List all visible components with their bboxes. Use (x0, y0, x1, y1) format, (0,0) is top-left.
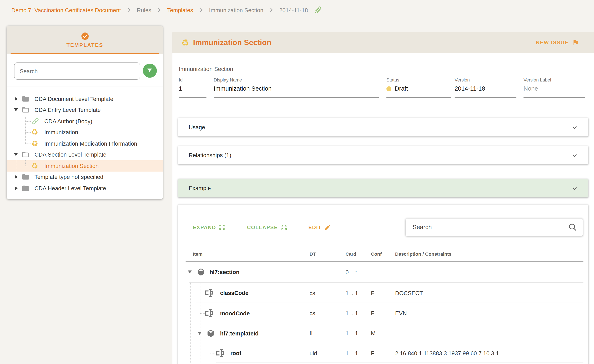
sidebar-item-cda-section-level-template[interactable]: CDA Section Level Template (7, 149, 163, 160)
recycle-icon: ♻ (31, 161, 38, 170)
tree-guide (200, 293, 205, 293)
template-design-card: EXPAND COLLAPSE EDIT Item DT Card Conf D… (178, 205, 588, 364)
table-row-root[interactable]: root uid 1 .. 1 F 2.16.840.1.113883.3.19… (178, 343, 583, 363)
collapse-button[interactable]: COLLAPSE (247, 219, 287, 236)
expand-button[interactable]: EXPAND (193, 219, 225, 236)
field-label: Version Label (523, 77, 585, 83)
tree-guide (210, 353, 215, 353)
search-icon[interactable] (568, 223, 577, 232)
expand-icon (219, 224, 225, 231)
tree-guide (200, 313, 205, 314)
table-row-hl7-section[interactable]: hl7:section 0 .. * (178, 261, 583, 283)
sidebar-item-cda-entry-level-template[interactable]: CDA Entry Level Template (7, 104, 163, 116)
element-icon (197, 268, 205, 276)
expander-icon[interactable] (188, 270, 191, 274)
chevron-down-icon[interactable] (570, 183, 579, 193)
cell-dt: cs (309, 310, 345, 316)
template-header: ♻ Immunization Section NEW ISSUE (172, 32, 594, 53)
tree-item-label: Immunization (44, 129, 78, 135)
paperclip-icon[interactable] (314, 6, 322, 14)
sidebar-item-template-type-not-specified[interactable]: Template type not specified (7, 171, 163, 183)
tree-item-label: CDA Header Level Template (34, 185, 106, 191)
breadcrumb-templates-link[interactable]: Templates (167, 7, 193, 13)
recycle-icon: ♻ (181, 37, 189, 48)
check-circle-icon (81, 32, 89, 40)
chevron-right-icon (268, 7, 274, 13)
accordion-usage[interactable]: Usage (178, 118, 588, 136)
attribute-icon (215, 348, 225, 358)
chevron-right-icon (198, 7, 204, 13)
filter-button[interactable] (143, 64, 157, 78)
item-name: hl7:section (209, 269, 239, 275)
sidebar-search-input[interactable] (14, 62, 140, 79)
field-value: None (523, 85, 585, 92)
table-row-moodcode[interactable]: moodCode cs 1 .. 1 F EVN (178, 303, 583, 323)
collapse-label: COLLAPSE (247, 224, 278, 230)
accordion-example[interactable]: Example (178, 179, 588, 197)
chevron-down-icon[interactable] (570, 151, 579, 160)
expander-icon[interactable] (15, 97, 18, 101)
column-header-card: Card (345, 251, 371, 257)
accordion-relationships[interactable]: Relationships (1) (178, 146, 588, 164)
field-status[interactable]: Status Draft (386, 77, 451, 98)
accordion-label: Example (178, 185, 211, 191)
edit-label: EDIT (308, 224, 322, 230)
status-dot (386, 86, 391, 91)
breadcrumb-version[interactable]: 2014-11-18 (279, 7, 308, 13)
cell-card: 1 .. 1 (345, 310, 371, 316)
tree-item-label: CDA Author (Body) (44, 118, 92, 124)
table-rows: hl7:section 0 .. * classCode cs 1 .. 1 (178, 261, 583, 363)
field-version[interactable]: Version 2014-11-18 (455, 77, 516, 98)
table-row-hl7-templateid[interactable]: hl7:templateId II 1 .. 1 M (178, 323, 583, 343)
tab-active-indicator (11, 53, 159, 54)
divider (7, 86, 163, 87)
templates-sidebar: TEMPLATES CDA Document Level Template CD… (7, 26, 163, 199)
folder-open-icon (21, 106, 29, 114)
tab-templates[interactable]: TEMPLATES (7, 26, 163, 54)
table-row-classcode[interactable]: classCode cs 1 .. 1 F DOCSECT (178, 283, 583, 303)
divider (216, 363, 583, 363)
tree-guide (210, 343, 210, 353)
chevron-down-icon[interactable] (570, 123, 579, 132)
cell-card: 1 .. 1 (345, 350, 371, 356)
page-title: Immunization Section (193, 38, 271, 47)
breadcrumb-rules[interactable]: Rules (137, 7, 151, 13)
breadcrumb-project-link[interactable]: Demo 7: Vaccination Certificates Documen… (11, 7, 121, 13)
field-version-label[interactable]: Version Label None (523, 77, 585, 98)
tree-item-label: Immunization Section (44, 162, 99, 169)
expander-icon[interactable] (198, 332, 202, 335)
field-value: 2014-11-18 (455, 85, 516, 92)
expander-icon[interactable] (15, 186, 18, 190)
field-label: Version (455, 77, 516, 83)
item-name: moodCode (220, 310, 250, 316)
pencil-icon (324, 224, 331, 231)
accordion-label: Usage (178, 124, 205, 130)
new-issue-button[interactable]: NEW ISSUE (536, 39, 579, 46)
field-id[interactable]: Id 1 (179, 77, 207, 98)
tree-guide (200, 283, 200, 364)
table-search-input[interactable] (406, 224, 568, 231)
field-display-name[interactable]: Display Name Immunization Section (214, 77, 379, 98)
field-label: Display Name (214, 77, 379, 83)
breadcrumb-template-name[interactable]: Immunization Section (209, 7, 263, 13)
cell-conf: F (371, 310, 395, 316)
tree-guide (26, 132, 31, 133)
tree-item-label: CDA Entry Level Template (34, 107, 101, 113)
sidebar-item-cda-header-level-template[interactable]: CDA Header Level Template (7, 183, 163, 194)
breadcrumb: Demo 7: Vaccination Certificates Documen… (0, 0, 594, 20)
expander-icon[interactable] (14, 108, 18, 111)
cell-conf: F (371, 350, 395, 356)
edit-button[interactable]: EDIT (308, 219, 331, 236)
tree-guide (16, 116, 16, 152)
sidebar-item-cda-document-level-template[interactable]: CDA Document Level Template (7, 93, 163, 104)
recycle-icon: ♻ (31, 139, 38, 148)
cell-description: EVN (395, 310, 583, 316)
new-issue-label: NEW ISSUE (536, 40, 569, 45)
folder-icon (21, 173, 29, 181)
tree-guide (26, 160, 26, 166)
flag-icon (572, 39, 579, 46)
tree-guide (190, 283, 190, 364)
chevron-right-icon (156, 7, 162, 13)
expander-icon[interactable] (14, 153, 18, 156)
cell-card: 1 .. 1 (345, 290, 371, 296)
